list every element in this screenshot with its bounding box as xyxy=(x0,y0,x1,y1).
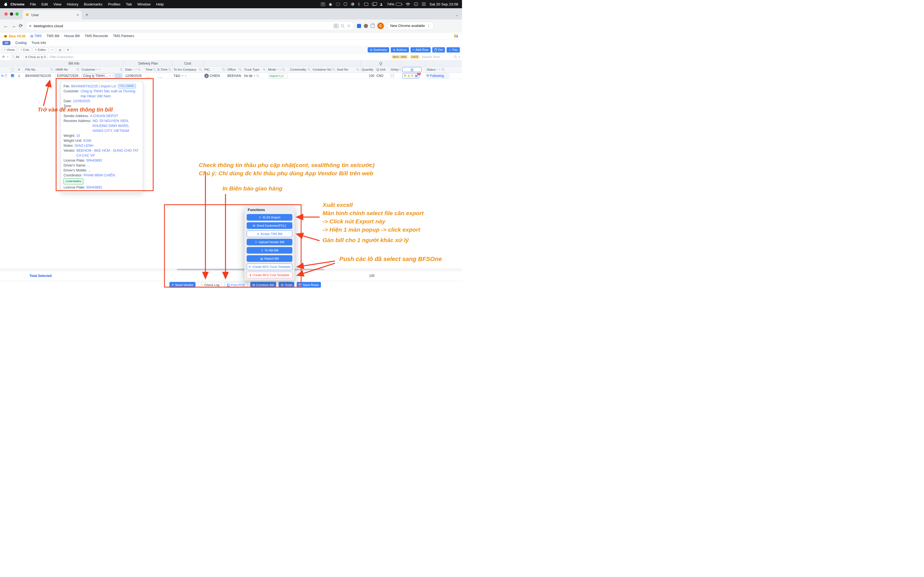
cell-office[interactable]: BEEHAN xyxy=(226,73,243,79)
nav-item-tms-bill[interactable]: TMS Bill xyxy=(47,34,60,38)
tools-button[interactable]: ⚙Tools xyxy=(279,282,294,288)
col-customer[interactable]: Customer˅ ˄ xyxy=(81,66,124,73)
screen-capture-icon[interactable] xyxy=(336,3,340,6)
cell-to-inv-company[interactable]: T&G ⚭ ↗ xyxy=(173,73,203,79)
col-quantity[interactable]: Quantity xyxy=(360,66,375,73)
profile-avatar[interactable]: C xyxy=(377,23,384,29)
cell-status[interactable]: ⟳ Following xyxy=(425,73,450,79)
search-icon[interactable] xyxy=(263,68,266,71)
col-qunit[interactable]: Q.Unit xyxy=(375,66,390,73)
cell-container-no[interactable] xyxy=(312,73,336,79)
menu-tab[interactable]: Tab xyxy=(123,2,135,6)
cell-hwb-no[interactable]: EXP08272526✓ xyxy=(55,73,81,79)
bluetooth-icon[interactable]: ᛒ xyxy=(358,2,360,6)
link-icon[interactable]: ⚭ xyxy=(253,74,255,77)
apple-logo-icon[interactable] xyxy=(4,2,8,6)
col-office[interactable]: Office xyxy=(226,66,243,73)
back-button[interactable]: ← xyxy=(3,23,8,29)
sync-icon[interactable]: ⟳ xyxy=(404,74,407,77)
record-icon[interactable]: ◉ xyxy=(329,2,332,6)
users-icon[interactable] xyxy=(453,34,459,39)
control-center-icon[interactable] xyxy=(422,2,426,6)
menubar-app-name[interactable]: Chrome xyxy=(8,2,27,6)
link-icon[interactable]: ⚭ xyxy=(108,74,111,77)
dollar-icon[interactable]: $ xyxy=(408,74,409,77)
col-file-no[interactable]: File No. xyxy=(24,66,55,73)
bookmark-star-icon[interactable]: ☆ xyxy=(347,23,351,28)
tab-search-chevron-icon[interactable]: ⌄ xyxy=(456,13,458,17)
browser-tab[interactable]: User × xyxy=(23,10,82,19)
journal-icon[interactable]: ▥ xyxy=(402,67,422,72)
report-bill-button[interactable]: ▤Report Bill xyxy=(247,255,292,262)
v-app-icon[interactable]: V xyxy=(321,2,325,6)
cols-dropdown[interactable]: ˅Cols xyxy=(18,47,31,53)
pending-filter-button[interactable]: ⊞Chua xu ly 0 xyxy=(23,55,48,60)
save-rows-button[interactable]: Save Rows xyxy=(297,282,321,288)
subtab-costing[interactable]: Costing xyxy=(15,41,27,45)
wifi-icon[interactable] xyxy=(405,2,410,6)
menu-history[interactable]: History xyxy=(64,2,81,6)
tab-close-icon[interactable]: × xyxy=(77,13,79,17)
nav-item-tms[interactable]: ▤ TMS xyxy=(30,34,42,38)
cell-pic[interactable]: CHIEN xyxy=(203,73,226,79)
col-mode[interactable]: Mode˅ ˄ xyxy=(267,66,289,73)
site-settings-icon[interactable]: ≡ xyxy=(29,24,31,28)
check-log-button[interactable]: ⚠Check Log xyxy=(198,282,222,288)
extensions-puzzle-icon[interactable] xyxy=(371,24,375,28)
menu-help[interactable]: Help xyxy=(153,2,166,6)
collapse-chevron-icon[interactable]: ‹ xyxy=(459,55,460,59)
cell-mode[interactable]: Import Lcl xyxy=(267,73,289,79)
send-vendor-button[interactable]: ✈Send Vendor xyxy=(170,282,195,288)
search-term-input[interactable] xyxy=(422,55,452,58)
views-dropdown[interactable]: ˅Views xyxy=(2,47,17,53)
print-pod-button[interactable]: Print POD xyxy=(225,282,248,288)
summary-button[interactable]: ≣Summary xyxy=(368,47,389,53)
mail-icon[interactable]: ✉ xyxy=(411,74,414,77)
translate-icon[interactable]: A xyxy=(334,24,338,28)
cell-ghep[interactable] xyxy=(390,73,401,79)
update-chrome-button[interactable]: New Chrome available ⋮ xyxy=(387,22,434,30)
search-icon[interactable] xyxy=(442,68,444,71)
new-tab-button[interactable]: + xyxy=(83,11,90,18)
reload-button[interactable]: ⟳ xyxy=(19,23,23,29)
menubar-clock[interactable]: Sat 20 Sep 23:08 xyxy=(430,2,458,6)
col-hwb-no[interactable]: HWB No xyxy=(55,66,81,73)
shield-icon[interactable] xyxy=(344,2,347,6)
create-bfs-truck-template-button[interactable]: ⟳Create BFS Truck Template xyxy=(247,263,292,270)
nav-item-tms-partners[interactable]: TMS Partners xyxy=(113,34,134,38)
expand-row-icon[interactable]: ⊞ xyxy=(1,74,3,77)
search-icon[interactable] xyxy=(307,68,310,71)
combine-bill-button[interactable]: ⊞Combine Bill xyxy=(250,282,276,288)
search-icon[interactable] xyxy=(282,68,285,71)
url-text[interactable]: beelogistics.cloud xyxy=(34,24,63,28)
refresh-icon[interactable]: ⟳ xyxy=(2,55,5,59)
col-pic[interactable]: PIC. xyxy=(203,66,226,73)
subtab-all[interactable]: All xyxy=(2,41,10,45)
col-date[interactable]: Date˅ ˄ xyxy=(124,66,144,73)
sort-icons[interactable]: ˅ ˄ xyxy=(96,68,101,71)
search-icon[interactable] xyxy=(153,68,156,71)
col-num[interactable]: # xyxy=(17,66,24,73)
minimize-window-button[interactable] xyxy=(10,12,13,16)
col-to-inv-company[interactable]: To Inv Company xyxy=(173,66,203,73)
cell-date[interactable]: 12/09/2025 xyxy=(124,73,144,79)
battery-indicator[interactable]: 74% xyxy=(387,2,402,6)
search-icon[interactable] xyxy=(199,68,202,71)
cell-etime[interactable]: _:_ xyxy=(157,73,173,79)
cell-quantity[interactable]: 100 xyxy=(360,73,375,79)
date-badge[interactable]: DATE xyxy=(410,55,420,59)
extension-icon-blue[interactable] xyxy=(357,24,361,28)
search-icon[interactable] xyxy=(356,68,359,71)
nav-item-tms-reconcile[interactable]: TMS Reconcile xyxy=(85,34,108,38)
upload-vendor-bill-button[interactable]: ⇧Upload Vendor Bill xyxy=(247,239,292,245)
horizontal-scrollbar[interactable] xyxy=(0,268,462,271)
input-source-icon[interactable]: ᴀ xyxy=(414,2,418,6)
actions-button[interactable]: ≣Actions xyxy=(391,47,409,53)
to-hbl-bill-button[interactable]: ⇧To Hbl Bill xyxy=(247,247,292,254)
search-icon[interactable] xyxy=(256,74,259,77)
link-icon[interactable]: ⚭ xyxy=(181,74,183,77)
delete-row-icon[interactable] xyxy=(5,74,7,77)
filter-expression-input[interactable] xyxy=(50,55,115,58)
add-row-button[interactable]: +Add Row xyxy=(410,47,431,53)
cell-qunit[interactable]: CM2 xyxy=(375,73,390,79)
